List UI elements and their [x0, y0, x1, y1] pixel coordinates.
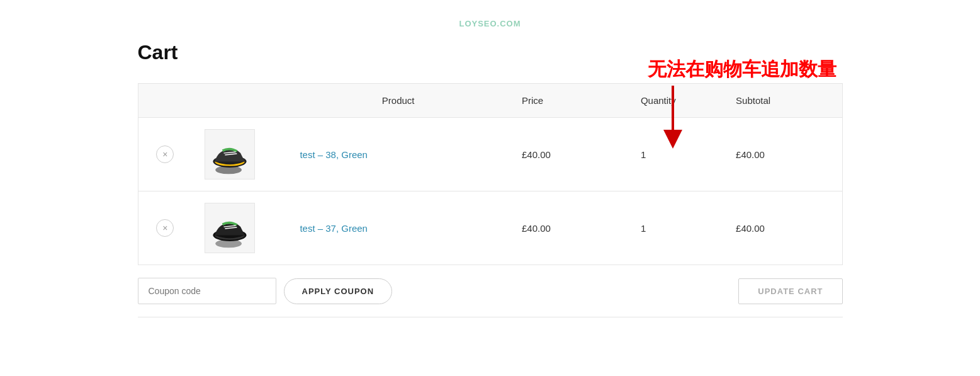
subtotal-cell-2: £40.00 [723, 191, 842, 265]
remove-button-2[interactable]: × [156, 219, 174, 237]
apply-coupon-label: APPLY COUPON [302, 287, 375, 296]
shoe-svg-1 [206, 130, 254, 178]
price-cell-1: £40.00 [509, 118, 628, 191]
svg-point-6 [215, 166, 242, 174]
subtotal-1: £40.00 [736, 149, 765, 160]
price-2: £40.00 [522, 223, 551, 234]
cart-actions: APPLY COUPON UPDATE CART [138, 265, 843, 317]
product-name-cell-1: test – 38, Green [287, 118, 509, 191]
quantity-1: 1 [641, 149, 646, 160]
svg-marker-1 [663, 130, 682, 149]
x-icon-1: × [162, 149, 167, 159]
x-icon-2: × [162, 223, 167, 233]
product-link-2[interactable]: test – 37, Green [300, 223, 368, 234]
image-cell-1 [192, 118, 287, 191]
annotation-arrow [660, 86, 685, 151]
annotation-text: 无法在购物车追加数量 [648, 57, 836, 83]
svg-point-11 [215, 239, 242, 248]
product-image-1 [205, 129, 255, 179]
remove-cell-2: × [138, 191, 192, 265]
shoe-svg-2 [206, 204, 254, 252]
product-name-cell-2: test – 37, Green [287, 191, 509, 265]
product-image-2 [205, 203, 255, 253]
site-domain: LOYSEO.COM [459, 19, 521, 28]
site-header: LOYSEO.COM [138, 13, 843, 41]
subtotal-2: £40.00 [736, 223, 765, 234]
update-cart-label: UPDATE CART [758, 287, 823, 296]
remove-cell-1: × [138, 118, 192, 191]
coupon-area: APPLY COUPON [138, 278, 393, 304]
coupon-input[interactable] [138, 278, 276, 304]
col-header-price: Price [509, 84, 628, 118]
quantity-2: 1 [641, 223, 646, 234]
apply-coupon-button[interactable]: APPLY COUPON [284, 278, 393, 304]
page-wrapper: LOYSEO.COM Cart 无法在购物车追加数量 Product Price… [113, 0, 868, 343]
table-row: × [138, 191, 842, 265]
image-cell-2 [192, 191, 287, 265]
col-header-image [192, 84, 287, 118]
col-header-product: Product [287, 84, 509, 118]
col-header-remove [138, 84, 192, 118]
annotation-overlay: 无法在购物车追加数量 [648, 57, 836, 151]
quantity-cell-2: 1 [628, 191, 723, 265]
update-cart-button[interactable]: UPDATE CART [738, 278, 842, 304]
product-link-1[interactable]: test – 38, Green [300, 149, 368, 160]
price-cell-2: £40.00 [509, 191, 628, 265]
remove-button-1[interactable]: × [156, 145, 174, 163]
price-1: £40.00 [522, 149, 551, 160]
